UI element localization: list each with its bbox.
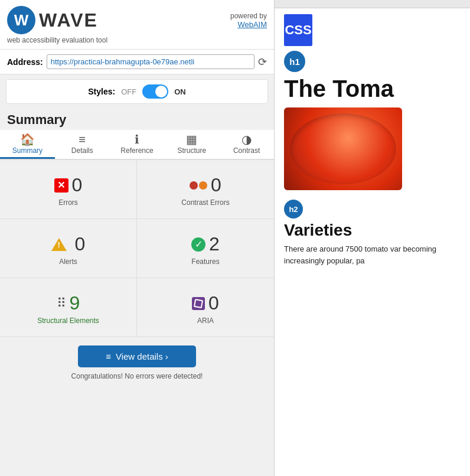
summary-heading: Summary (0, 106, 274, 130)
address-row: Address: ⟳ (0, 50, 274, 74)
tab-structure[interactable]: ▦ Structure (164, 130, 219, 159)
right-panel: CSS h1 The Toma h2 Varieties There are a… (275, 0, 470, 476)
wave-logo-icon: W (7, 6, 35, 34)
tab-summary[interactable]: 🏠 Summary (0, 130, 55, 159)
wave-title-text: WAVE (39, 9, 98, 31)
tomato-image (284, 107, 402, 190)
address-label: Address: (7, 57, 43, 67)
view-details-list-icon: ≡ (106, 351, 111, 361)
aria-icon (192, 297, 205, 310)
metric-alerts-icon-num: ! 0 (51, 233, 86, 255)
toggle-on-label: ON (174, 87, 186, 96)
varieties-title: Varieties (284, 221, 461, 240)
h2-badge: h2 (284, 200, 303, 219)
structural-label: Structural Elements (37, 317, 99, 325)
tab-contrast[interactable]: ◑ Contrast (219, 130, 274, 159)
metric-structural-icon-num: ⠿ 9 (57, 292, 80, 314)
contrast-icon: ◑ (241, 133, 252, 145)
h1-badge: h1 (284, 51, 305, 72)
features-label: Features (191, 257, 219, 266)
wave-header: W WAVE powered by WebAIM web accessibili… (0, 0, 274, 50)
powered-by-section: powered by WebAIM (230, 12, 267, 29)
tab-reference-label: Reference (120, 146, 153, 155)
svg-text:W: W (14, 11, 29, 29)
powered-by-text: powered by (230, 12, 267, 20)
dot-orange (199, 181, 207, 190)
page-title: The Toma (284, 76, 461, 102)
tab-summary-label: Summary (12, 146, 43, 155)
metric-errors[interactable]: ✕ 0 Errors (0, 160, 137, 219)
contrast-errors-label: Contrast Errors (181, 198, 229, 207)
metric-aria[interactable]: 0 ARIA (137, 278, 274, 337)
tab-structure-label: Structure (177, 146, 206, 155)
view-details-section: ≡ View details › Congratulations! No err… (0, 337, 274, 386)
webaim-link[interactable]: WebAIM (237, 20, 267, 29)
wave-logo: W WAVE (7, 6, 98, 34)
right-content: CSS h1 The Toma h2 Varieties There are a… (275, 8, 470, 476)
styles-toggle-row: Styles: OFF ON (6, 79, 268, 104)
structural-count: 9 (70, 292, 80, 314)
toggle-slider (142, 84, 168, 99)
aria-label: ARIA (197, 317, 214, 325)
metric-alerts[interactable]: ! 0 Alerts (0, 219, 137, 278)
view-details-button[interactable]: ≡ View details › (78, 345, 196, 367)
tabs-row: 🏠 Summary ≡ Details ℹ Reference ▦ Struct… (0, 130, 274, 160)
styles-label: Styles: (88, 87, 115, 96)
structural-icon: ⠿ (57, 296, 66, 311)
dot-red (190, 181, 198, 190)
address-input[interactable] (47, 54, 254, 69)
h1-text: h1 (289, 57, 300, 67)
h2-text: h2 (289, 205, 298, 214)
metric-contrast-errors[interactable]: 0 Contrast Errors (137, 160, 274, 219)
right-top-bar (275, 0, 470, 8)
aria-count: 0 (208, 292, 219, 314)
wave-panel: W WAVE powered by WebAIM web accessibili… (0, 0, 275, 476)
styles-toggle[interactable] (142, 84, 168, 99)
refresh-button[interactable]: ⟳ (258, 56, 267, 69)
congratulations-text: Congratulations! No errors were detected… (66, 372, 209, 386)
alert-icon: ! (51, 238, 67, 251)
varieties-section: h2 Varieties There are around 7500 tomat… (284, 200, 461, 266)
metrics-grid: ✕ 0 Errors 0 Contrast Errors (0, 160, 274, 337)
wave-subtitle: web accessibility evaluation tool (7, 36, 267, 44)
contrast-errors-count: 0 (211, 174, 221, 196)
metric-features-icon-num: ✓ 2 (191, 233, 220, 255)
css3-text: CSS (285, 22, 311, 38)
error-icon: ✕ (54, 178, 68, 193)
list-icon: ≡ (79, 133, 86, 145)
home-icon: 🏠 (20, 133, 35, 145)
tab-details[interactable]: ≡ Details (55, 130, 110, 159)
varieties-text: There are around 7500 tomato var becomin… (284, 243, 461, 266)
features-count: 2 (209, 233, 220, 255)
metric-errors-icon-num: ✕ 0 (54, 174, 83, 196)
alerts-count: 0 (75, 233, 86, 255)
tab-contrast-label: Contrast (233, 146, 260, 155)
tab-details-label: Details (71, 146, 93, 155)
css3-badge: CSS (284, 14, 312, 46)
tab-reference[interactable]: ℹ Reference (110, 130, 165, 159)
toggle-off-label: OFF (121, 87, 136, 96)
alerts-label: Alerts (59, 257, 77, 266)
summary-content: ✕ 0 Errors 0 Contrast Errors (0, 160, 274, 476)
info-icon: ℹ (135, 133, 139, 145)
errors-count: 0 (72, 174, 83, 196)
metric-features[interactable]: ✓ 2 Features (137, 219, 274, 278)
feature-icon: ✓ (191, 237, 205, 252)
metric-structural[interactable]: ⠿ 9 Structural Elements (0, 278, 137, 337)
structure-icon: ▦ (186, 133, 197, 145)
metric-contrast-icon-num: 0 (190, 174, 221, 196)
view-details-label: View details › (116, 351, 168, 361)
tomato-section (284, 107, 461, 190)
metric-aria-icon-num: 0 (192, 292, 219, 314)
errors-label: Errors (58, 198, 78, 207)
contrast-errors-icon (190, 181, 207, 190)
